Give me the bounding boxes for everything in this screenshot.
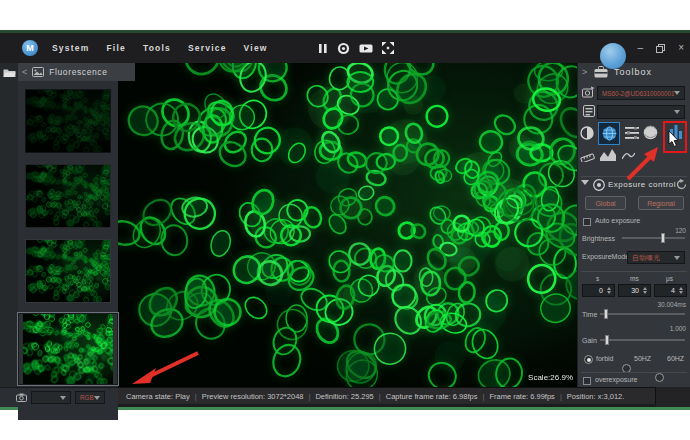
pause-icon[interactable] [318, 43, 328, 54]
exposure-us-spinner[interactable]: 4 [654, 284, 687, 297]
gain-label: Gain [582, 337, 597, 344]
menu-file[interactable]: File [106, 43, 125, 53]
video-record-icon[interactable] [359, 43, 373, 54]
menu-tools[interactable]: Tools [143, 43, 171, 53]
globe-blue-icon [602, 126, 617, 141]
channel-bar: RGB [0, 387, 118, 407]
close-button[interactable]: × [678, 43, 684, 53]
thumbnail-1[interactable] [26, 90, 110, 152]
time-label: Time [582, 311, 597, 318]
window-controls: – × [638, 33, 684, 63]
menu-service[interactable]: Service [188, 43, 227, 53]
thumbnail-2[interactable] [26, 165, 110, 227]
image-viewer[interactable]: Scale:26.9% [118, 63, 577, 387]
contrast-icon[interactable] [580, 126, 594, 140]
screenshot-stage: M System File Tools Service View – [0, 0, 690, 440]
auto-exposure-label: Auto exposure [595, 217, 640, 224]
gain-slider[interactable] [600, 335, 685, 345]
toolbox-icon [594, 66, 608, 78]
radio-60hz-label: 60HZ [667, 355, 684, 362]
left-icon-strip [0, 63, 18, 407]
fluorescence-image [118, 63, 577, 387]
camera-small-icon[interactable] [16, 393, 27, 402]
menu-system[interactable]: System [52, 43, 89, 53]
status-preview-resolution: Preview resolution: 3072*2048 [190, 392, 304, 401]
capture-toolbar [318, 33, 394, 63]
image-icon [32, 67, 44, 77]
exposure-s-spinner[interactable]: 0 [582, 284, 615, 297]
overexposure-label: overexposure [595, 376, 637, 383]
camera-dropdown-value: MS60-2@UD63100000012 [602, 90, 674, 97]
status-bar-right-gap [656, 387, 690, 407]
divider [581, 271, 687, 272]
radio-50hz-label: 50HZ [634, 355, 651, 362]
record-icon[interactable] [337, 42, 350, 55]
menu-view[interactable]: View [244, 43, 268, 53]
chevron-down-icon [674, 91, 680, 95]
histogram-icon[interactable] [600, 148, 617, 161]
auto-exposure-checkbox[interactable] [583, 218, 591, 226]
app-window: M System File Tools Service View – [0, 33, 690, 407]
status-frame-rate: Frame rate: 6.99fps [477, 392, 554, 401]
thumbnail-panel [18, 81, 118, 420]
collapse-left-icon[interactable]: < [22, 67, 27, 77]
filter-select-icon[interactable] [583, 105, 595, 117]
global-button[interactable]: Global [585, 196, 626, 210]
toolbox-title: Toolbox [614, 67, 652, 77]
chevron-down-icon [674, 110, 680, 114]
thumbnail-4-selected[interactable] [18, 313, 118, 385]
radio-forbid[interactable] [584, 355, 593, 364]
overexposure-checkbox[interactable] [583, 377, 591, 385]
unit-s-label: s [596, 275, 599, 282]
mouse-cursor [668, 131, 680, 148]
radio-forbid-label: forbid [596, 355, 614, 362]
aperture-icon [593, 179, 605, 191]
reset-icon[interactable] [676, 179, 687, 190]
radio-60hz[interactable] [655, 373, 664, 382]
brightness-label: Brightness [582, 235, 615, 242]
time-slider[interactable] [600, 309, 685, 319]
chevron-down-icon [674, 256, 680, 260]
red-arrow-annotation-2 [620, 145, 662, 185]
status-definition: Definition: 25.295 [303, 392, 373, 401]
brightness-slider[interactable] [622, 233, 685, 243]
open-folder-icon[interactable] [3, 67, 16, 78]
blue-circle-watermark [600, 43, 626, 69]
camera-select-icon[interactable] [582, 86, 595, 98]
status-position: Position: x:3,012. [555, 392, 625, 401]
list-settings-icon[interactable] [625, 127, 639, 139]
camera-dropdown[interactable]: MS60-2@UD63100000012 [597, 86, 685, 100]
unit-us-label: μs [666, 275, 673, 282]
app-logo-icon: M [22, 40, 38, 56]
rgb-dropdown-value: RGB [80, 394, 94, 401]
restore-button[interactable] [656, 44, 665, 53]
menu-bar: System File Tools Service View [52, 33, 268, 63]
status-bar: Camera state: Play Preview resolution: 3… [118, 387, 656, 404]
exposure-total-label: 30.004ms [657, 301, 686, 308]
tab-fluorescence[interactable]: < Fluorescence [18, 63, 135, 81]
minimize-button[interactable]: – [638, 43, 644, 53]
chevron-down-icon [60, 396, 66, 400]
chevron-down-icon [94, 396, 100, 400]
thumbnail-3[interactable] [26, 240, 110, 302]
exposure-mode-value: 自动曝光 [632, 253, 674, 263]
rgb-dropdown[interactable]: RGB [75, 391, 105, 404]
zoom-scale-label: Scale:26.9% [528, 373, 573, 382]
measure-ruler-icon[interactable] [580, 150, 595, 162]
collapse-right-icon[interactable]: > [582, 67, 587, 77]
tab-fluorescence-label: Fluorescence [49, 67, 107, 77]
section-collapse-icon[interactable] [581, 180, 589, 185]
unit-ms-label: ms [630, 275, 639, 282]
exposure-mode-dropdown[interactable]: 自动曝光 [627, 251, 685, 264]
exposure-ms-spinner[interactable]: 30 [618, 284, 651, 297]
white-balance-tool-selected[interactable] [598, 122, 620, 145]
status-camera-state: Camera state: Play [126, 392, 190, 401]
title-bar: M System File Tools Service View – [0, 33, 690, 63]
channel-dropdown[interactable] [31, 391, 71, 404]
filter-dropdown[interactable] [597, 105, 685, 119]
gain-value: 1.000 [670, 325, 686, 332]
fullscreen-icon[interactable] [382, 42, 394, 54]
status-capture-frame-rate: Capture frame rate: 6.98fps [374, 392, 478, 401]
regional-button[interactable]: Regional [638, 196, 684, 210]
sphere-gray-icon[interactable] [643, 125, 658, 140]
